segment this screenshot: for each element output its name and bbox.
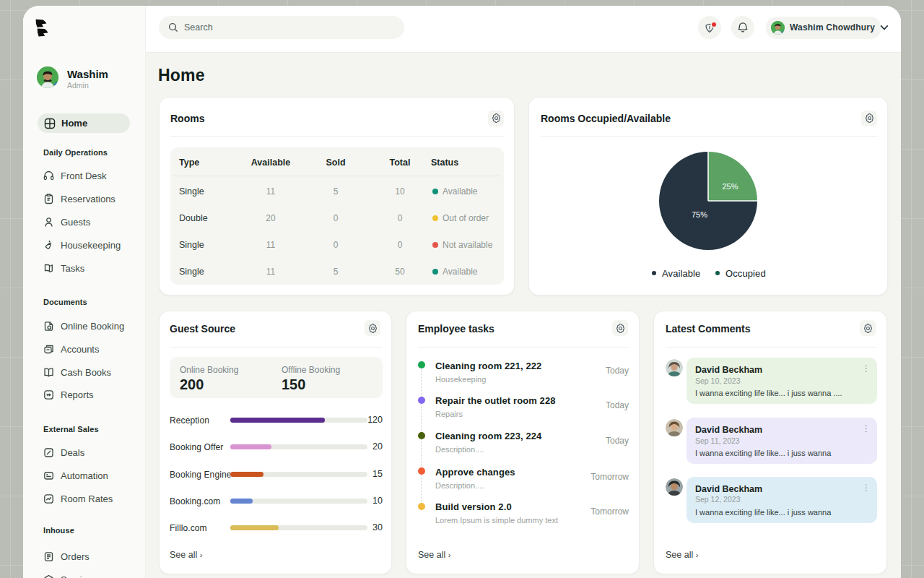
svg-text:25%: 25% [722,182,738,191]
svg-text:75%: 75% [692,210,707,219]
